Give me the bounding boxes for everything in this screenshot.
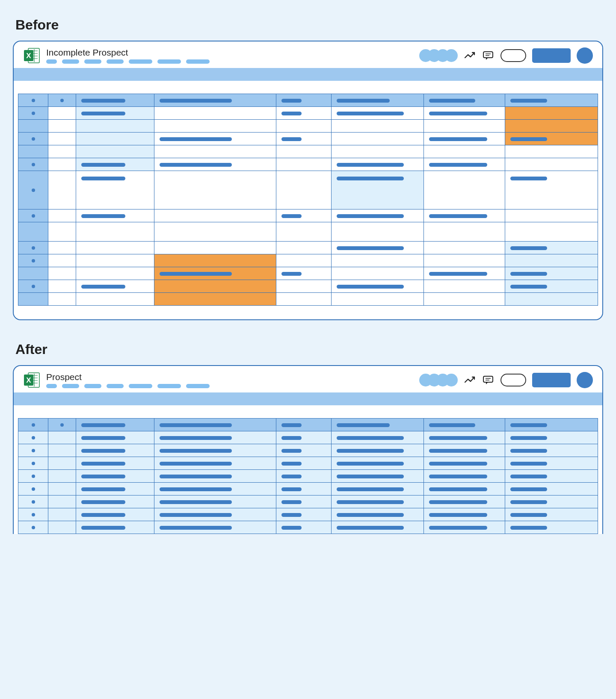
cell[interactable] xyxy=(76,242,154,254)
cell[interactable] xyxy=(48,293,76,306)
cell[interactable] xyxy=(424,209,505,222)
before-spreadsheet[interactable] xyxy=(18,94,598,306)
cell[interactable] xyxy=(331,293,424,306)
cell[interactable] xyxy=(505,133,598,145)
profile-circle[interactable] xyxy=(577,372,593,388)
cell[interactable] xyxy=(331,280,424,293)
cell[interactable] xyxy=(424,242,505,254)
cell[interactable] xyxy=(76,254,154,267)
cell[interactable] xyxy=(331,242,424,254)
cell[interactable] xyxy=(505,158,598,171)
cell[interactable] xyxy=(505,107,598,120)
cell[interactable] xyxy=(76,145,154,158)
cell[interactable] xyxy=(48,444,76,457)
cell[interactable] xyxy=(424,267,505,280)
cell[interactable] xyxy=(48,171,76,209)
breadcrumb-pill[interactable] xyxy=(157,59,181,64)
cell[interactable] xyxy=(331,470,424,483)
cell[interactable] xyxy=(276,457,331,470)
cell[interactable] xyxy=(424,495,505,508)
cell[interactable] xyxy=(505,521,598,534)
cell[interactable] xyxy=(424,254,505,267)
cell[interactable] xyxy=(424,107,505,120)
cell[interactable] xyxy=(76,508,154,521)
cell[interactable] xyxy=(331,145,424,158)
cell[interactable] xyxy=(48,495,76,508)
cell[interactable] xyxy=(424,470,505,483)
cell[interactable] xyxy=(505,222,598,242)
cell[interactable] xyxy=(276,242,331,254)
cell[interactable] xyxy=(48,158,76,171)
cell[interactable] xyxy=(276,158,331,171)
cell[interactable] xyxy=(76,222,154,242)
cell[interactable] xyxy=(424,293,505,306)
breadcrumb-pill[interactable] xyxy=(186,384,210,388)
cell[interactable] xyxy=(424,171,505,209)
comment-icon[interactable] xyxy=(483,50,495,61)
cell[interactable] xyxy=(276,508,331,521)
cell[interactable] xyxy=(424,483,505,495)
cell[interactable] xyxy=(154,120,276,133)
cell[interactable] xyxy=(48,242,76,254)
cell[interactable] xyxy=(154,280,276,293)
cell[interactable] xyxy=(276,431,331,444)
cell[interactable] xyxy=(48,267,76,280)
cell[interactable] xyxy=(76,107,154,120)
cell[interactable] xyxy=(276,145,331,158)
cell[interactable] xyxy=(76,158,154,171)
breadcrumb-pill[interactable] xyxy=(157,384,181,388)
cell[interactable] xyxy=(154,470,276,483)
cell[interactable] xyxy=(48,483,76,495)
cell[interactable] xyxy=(505,293,598,306)
primary-button[interactable] xyxy=(532,373,571,387)
cell[interactable] xyxy=(76,470,154,483)
breadcrumb-pill[interactable] xyxy=(62,59,79,64)
breadcrumb-pill[interactable] xyxy=(129,59,152,64)
primary-button[interactable] xyxy=(532,48,571,63)
oval-button[interactable] xyxy=(500,49,526,62)
cell[interactable] xyxy=(76,293,154,306)
cell[interactable] xyxy=(331,209,424,222)
cell[interactable] xyxy=(76,133,154,145)
profile-circle[interactable] xyxy=(577,47,593,64)
breadcrumb-pill[interactable] xyxy=(84,384,101,388)
cell[interactable] xyxy=(76,280,154,293)
breadcrumb-pill[interactable] xyxy=(46,384,57,388)
cell[interactable] xyxy=(76,267,154,280)
cell[interactable] xyxy=(331,222,424,242)
breadcrumb-pill[interactable] xyxy=(84,59,101,64)
cell[interactable] xyxy=(48,521,76,534)
cell[interactable] xyxy=(331,444,424,457)
breadcrumb-pill[interactable] xyxy=(62,384,79,388)
cell[interactable] xyxy=(331,431,424,444)
cell[interactable] xyxy=(48,145,76,158)
cell[interactable] xyxy=(505,280,598,293)
cell[interactable] xyxy=(331,158,424,171)
cell[interactable] xyxy=(331,254,424,267)
cell[interactable] xyxy=(154,171,276,209)
cell[interactable] xyxy=(154,495,276,508)
cell[interactable] xyxy=(276,254,331,267)
cell[interactable] xyxy=(331,508,424,521)
cell[interactable] xyxy=(505,444,598,457)
after-spreadsheet[interactable] xyxy=(18,418,598,534)
cell[interactable] xyxy=(505,431,598,444)
breadcrumb-pill[interactable] xyxy=(107,384,124,388)
trend-icon[interactable] xyxy=(464,50,477,61)
cell[interactable] xyxy=(154,293,276,306)
cell[interactable] xyxy=(48,133,76,145)
cell[interactable] xyxy=(76,444,154,457)
cell[interactable] xyxy=(154,209,276,222)
cell[interactable] xyxy=(76,171,154,209)
cell[interactable] xyxy=(76,495,154,508)
cell[interactable] xyxy=(331,120,424,133)
cell[interactable] xyxy=(48,209,76,222)
cell[interactable] xyxy=(76,120,154,133)
cell[interactable] xyxy=(424,280,505,293)
cell[interactable] xyxy=(424,133,505,145)
cell[interactable] xyxy=(424,431,505,444)
breadcrumb-pill[interactable] xyxy=(107,59,124,64)
cell[interactable] xyxy=(424,457,505,470)
cell[interactable] xyxy=(276,495,331,508)
cell[interactable] xyxy=(154,145,276,158)
